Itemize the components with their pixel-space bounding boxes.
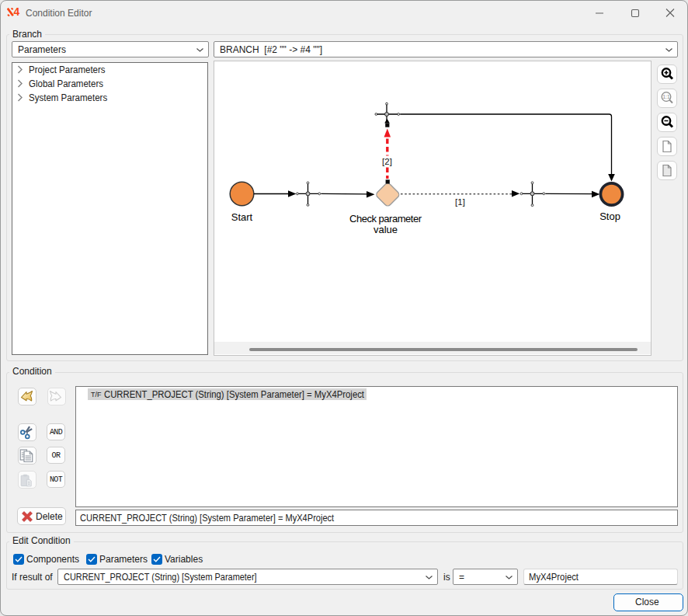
svg-text:[1]: [1] (455, 197, 465, 207)
svg-text:4: 4 (14, 8, 20, 17)
svg-text:Check parameter: Check parameter (349, 213, 422, 224)
svg-text:Start: Start (231, 211, 253, 223)
svg-text:1:1: 1:1 (662, 94, 670, 99)
svg-text:[2]: [2] (382, 157, 392, 166)
svg-text:value: value (374, 224, 398, 235)
svg-text:Stop: Stop (599, 211, 620, 222)
